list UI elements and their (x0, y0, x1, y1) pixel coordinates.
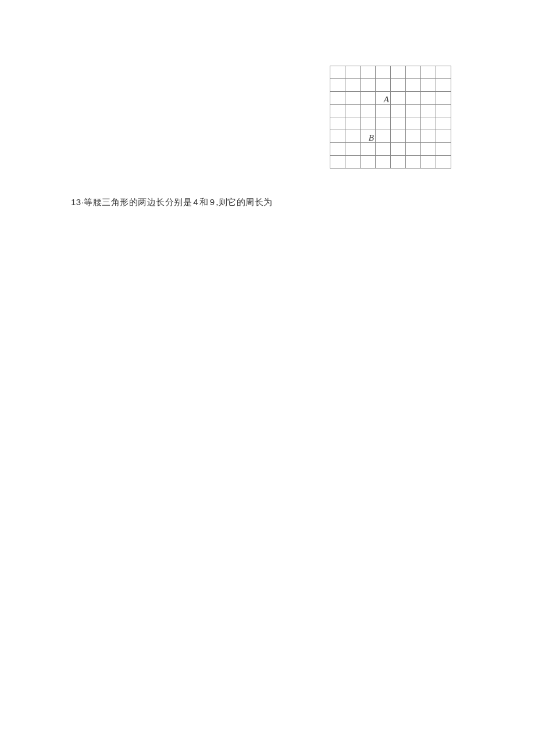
grid-cell (345, 79, 361, 92)
grid-cell (345, 66, 361, 79)
grid-cell (345, 156, 361, 169)
value-1: 4 (192, 197, 199, 207)
grid-cell (436, 105, 451, 117)
question-text-2: 则它的周长为 (219, 198, 273, 207)
grid-cell (361, 156, 376, 169)
grid-cell (345, 105, 361, 117)
grid-cell (406, 130, 421, 143)
grid-cell (330, 130, 345, 143)
grid-cell (421, 156, 436, 169)
grid-cell (436, 66, 451, 79)
grid-cell (391, 92, 406, 105)
grid-cell (376, 117, 391, 130)
grid-cell (361, 143, 376, 156)
grid-cell (376, 143, 391, 156)
grid-cell (330, 117, 345, 130)
grid-cell (345, 92, 361, 105)
grid-cell (421, 66, 436, 79)
grid-cell (406, 79, 421, 92)
grid-cell (421, 143, 436, 156)
grid-cell (376, 156, 391, 169)
grid-cell (376, 66, 391, 79)
grid-cell (436, 117, 451, 130)
grid-cell (421, 130, 436, 143)
grid-cell (361, 117, 376, 130)
grid-cell (421, 79, 436, 92)
grid-cell (330, 66, 345, 79)
grid-cell (361, 66, 376, 79)
grid-cell (391, 143, 406, 156)
grid-cell (391, 117, 406, 130)
question-number: 13 (71, 197, 81, 207)
grid-cell (376, 79, 391, 92)
grid-cell (361, 92, 376, 105)
value-2: 9 (209, 197, 216, 207)
grid-table: AB (330, 66, 451, 169)
grid-cell (406, 105, 421, 117)
grid-cell (391, 156, 406, 169)
grid-cell (330, 79, 345, 92)
grid-cell (406, 143, 421, 156)
grid-cell (361, 79, 376, 92)
point-b-label: B (369, 134, 374, 142)
grid-cell (436, 92, 451, 105)
grid-cell (406, 92, 421, 105)
grid-cell (376, 105, 391, 117)
question-13: 13·等腰三角形的两边长分别是4和9,则它的周长为 (71, 196, 273, 209)
grid-cell (330, 105, 345, 117)
grid-cell (376, 130, 391, 143)
grid-cell (391, 66, 406, 79)
grid-cell: B (361, 130, 376, 143)
grid-cell (391, 105, 406, 117)
grid-cell (330, 92, 345, 105)
point-a-label: A (384, 95, 389, 104)
grid-cell (421, 117, 436, 130)
grid-cell (391, 79, 406, 92)
grid-cell (436, 79, 451, 92)
connector: 和 (199, 198, 209, 207)
grid-cell: A (376, 92, 391, 105)
grid-cell (345, 130, 361, 143)
grid-cell (345, 117, 361, 130)
grid-cell (330, 143, 345, 156)
grid-cell (436, 130, 451, 143)
grid-cell (421, 92, 436, 105)
grid-cell (406, 117, 421, 130)
grid-cell (361, 105, 376, 117)
grid-figure: AB (330, 66, 451, 169)
question-text-1: 等腰三角形的两边长分别是 (84, 198, 192, 207)
grid-cell (436, 156, 451, 169)
grid-cell (421, 105, 436, 117)
grid-cell (345, 143, 361, 156)
grid-cell (406, 156, 421, 169)
grid-cell (436, 143, 451, 156)
grid-cell (406, 66, 421, 79)
grid-cell (391, 130, 406, 143)
grid-cell (330, 156, 345, 169)
